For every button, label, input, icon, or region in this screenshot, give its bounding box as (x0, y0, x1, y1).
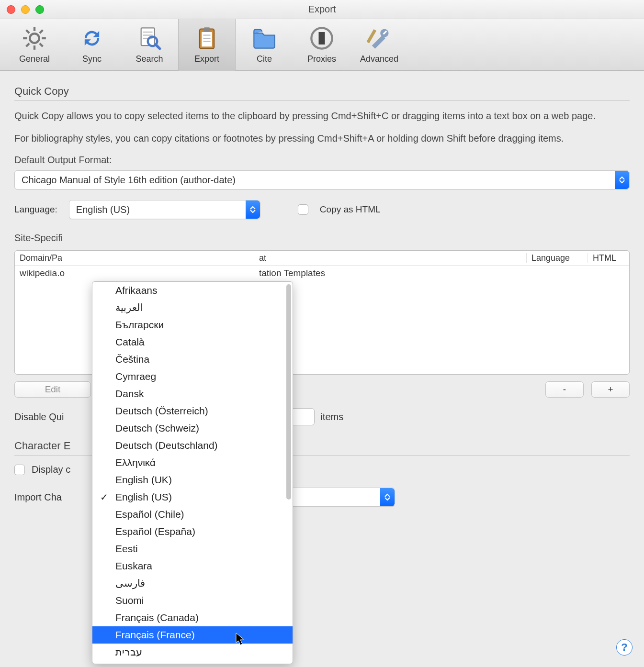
dropdown-item[interactable]: Català (92, 334, 293, 351)
dropdown-item[interactable]: Deutsch (Deutschland) (92, 437, 293, 454)
maximize-window-button[interactable] (35, 5, 44, 14)
tab-proxies[interactable]: Proxies (293, 19, 350, 71)
dropdown-item[interactable]: English (UK) (92, 471, 293, 489)
dropdown-item-label: فارسی (115, 578, 145, 589)
dropdown-item[interactable]: Dansk (92, 385, 293, 402)
dropdown-item[interactable]: Deutsch (Schweiz) (92, 420, 293, 437)
tab-export[interactable]: Export (178, 19, 236, 71)
tab-label: Advanced (360, 54, 398, 64)
dropdown-item[interactable]: Български (92, 316, 293, 334)
gear-icon (22, 26, 47, 51)
dropdown-item-label: Cymraeg (115, 371, 156, 382)
divider (14, 100, 630, 101)
dropdown-item[interactable]: Español (Chile) (92, 506, 293, 523)
add-button[interactable]: + (591, 381, 630, 398)
dropdown-scrollbar[interactable] (286, 284, 291, 500)
dropdown-item[interactable]: Eesti (92, 540, 293, 557)
dropdown-item[interactable]: Français (Canada) (92, 609, 293, 626)
quickcopy-description-1: Quick Copy allows you to copy selected i… (14, 110, 630, 122)
disable-quickcopy-label: Disable Qui (14, 411, 64, 422)
language-label: Language: (14, 204, 57, 215)
dropdown-item[interactable]: Ελληνικά (92, 454, 293, 471)
tab-label: General (19, 54, 50, 64)
dropdown-item[interactable]: Euskara (92, 557, 293, 575)
svg-rect-17 (204, 27, 210, 32)
tab-cite[interactable]: Cite (236, 19, 293, 71)
dropdown-item-label: Deutsch (Österreich) (115, 405, 208, 417)
dropdown-item[interactable]: Afrikaans (92, 282, 293, 299)
col-domain[interactable]: Domain/Pa (15, 253, 254, 263)
dropdown-item-label: Eesti (115, 543, 138, 555)
cell-language (527, 268, 588, 278)
dropdown-item-label: Français (Canada) (115, 612, 199, 623)
site-settings-label: Site-Specifi (14, 233, 630, 244)
dropdown-item-label: Español (Chile) (115, 509, 184, 520)
svg-rect-22 (319, 32, 325, 44)
table-header: Domain/Pa at Language HTML (15, 251, 629, 266)
dropdown-item[interactable]: Cymraeg (92, 368, 293, 385)
tab-sync[interactable]: Sync (63, 19, 121, 71)
help-button[interactable]: ? (616, 639, 633, 656)
language-select[interactable]: English (US) (69, 200, 260, 219)
col-language[interactable]: Language (527, 253, 588, 263)
dropdown-item-label: Euskara (115, 560, 152, 572)
dropdown-item[interactable]: עברית (92, 644, 293, 661)
dropdown-item-label: Suomi (115, 595, 144, 606)
table-row[interactable]: wikipedia.o tation Templates (15, 266, 629, 280)
dropdown-item[interactable]: Suomi (92, 592, 293, 609)
dropdown-item[interactable]: Español (España) (92, 523, 293, 540)
quickcopy-description-2: For bibliography styles, you can copy ci… (14, 132, 630, 145)
dropdown-item-label: English (UK) (115, 474, 172, 486)
default-output-select[interactable]: Chicago Manual of Style 16th edition (au… (14, 170, 630, 189)
quickcopy-heading: Quick Copy (14, 85, 630, 98)
remove-button[interactable]: - (545, 381, 584, 398)
clipboard-icon (194, 26, 219, 51)
svg-line-7 (40, 30, 43, 33)
dropdown-item[interactable]: ✓English (US) (92, 489, 293, 506)
col-format[interactable]: at (254, 253, 527, 263)
close-window-button[interactable] (7, 5, 15, 14)
dropdown-item-label: Ελληνικά (115, 457, 156, 468)
dropdown-item[interactable]: العربية (92, 299, 293, 316)
edit-button[interactable]: Edit (14, 381, 91, 398)
svg-line-6 (40, 43, 43, 46)
display-option-label: Display c (32, 464, 70, 475)
tab-advanced[interactable]: Advanced (350, 19, 408, 71)
select-value: English (US) (69, 204, 246, 215)
import-encoding-label: Import Cha (14, 492, 62, 503)
preferences-toolbar: General Sync Search Export Cite Proxies … (0, 19, 644, 71)
select-arrows-icon (380, 488, 395, 506)
check-icon: ✓ (100, 491, 108, 503)
select-arrows-icon (615, 171, 629, 189)
window-controls (7, 5, 44, 14)
col-html[interactable]: HTML (588, 253, 629, 263)
tab-search[interactable]: Search (121, 19, 178, 71)
dropdown-item[interactable]: Deutsch (Österreich) (92, 402, 293, 420)
dropdown-item-label: Español (España) (115, 526, 195, 537)
cell-html (588, 268, 629, 278)
dropdown-item[interactable]: فارسی (92, 575, 293, 592)
svg-rect-16 (202, 32, 212, 46)
minimize-window-button[interactable] (21, 5, 30, 14)
dropdown-item[interactable]: Čeština (92, 351, 293, 368)
tab-general[interactable]: General (6, 19, 63, 71)
copy-html-checkbox[interactable] (298, 204, 308, 215)
dropdown-item-label: Afrikaans (115, 285, 158, 296)
items-label: items (320, 411, 343, 422)
default-output-label: Default Output Format: (14, 155, 630, 166)
dropdown-item-label: עברית (115, 646, 142, 658)
proxies-icon (309, 26, 334, 51)
cell-domain: wikipedia.o (15, 268, 254, 278)
tab-label: Export (194, 54, 219, 64)
tools-icon (367, 26, 392, 51)
folder-icon (252, 26, 277, 51)
dropdown-item[interactable]: Français (France) (92, 626, 293, 644)
select-arrows-icon (246, 200, 260, 219)
display-option-checkbox[interactable] (14, 465, 25, 475)
sync-icon (79, 26, 104, 51)
search-doc-icon (137, 26, 162, 51)
tab-label: Proxies (307, 54, 336, 64)
titlebar: Export (0, 0, 644, 19)
language-dropdown-menu[interactable]: AfrikaansالعربيةБългарскиCatalàČeštinaCy… (92, 281, 293, 664)
dropdown-item-label: English (US) (115, 491, 172, 503)
